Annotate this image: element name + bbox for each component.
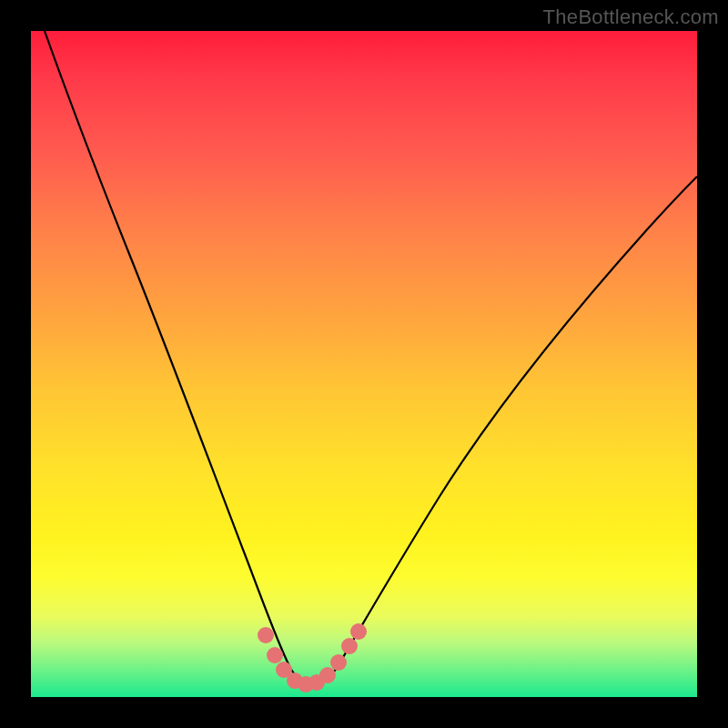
- svg-point-8: [341, 638, 358, 654]
- bottleneck-curve: [45, 31, 697, 684]
- watermark-text: TheBottleneck.com: [543, 5, 719, 29]
- svg-point-0: [258, 627, 274, 643]
- chart-frame: TheBottleneck.com: [0, 0, 728, 728]
- highlight-dots: [258, 623, 367, 693]
- curve-layer: [31, 31, 697, 697]
- svg-point-9: [350, 623, 367, 640]
- svg-point-1: [267, 647, 283, 663]
- plot-area: [31, 31, 697, 697]
- svg-point-7: [330, 654, 347, 671]
- svg-point-6: [319, 667, 336, 683]
